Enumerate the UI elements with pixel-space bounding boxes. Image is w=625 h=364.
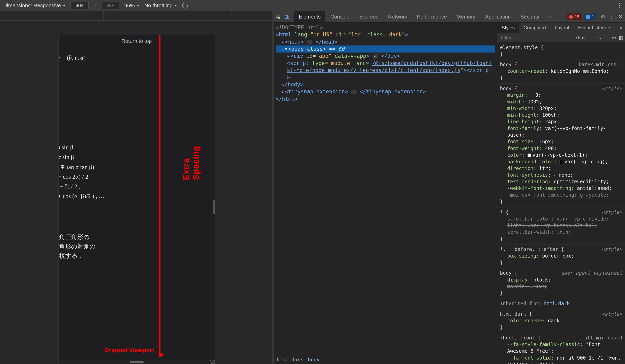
return-to-top-label: Return to top <box>122 38 152 44</box>
info-badge[interactable]: 1 <box>584 13 596 20</box>
tab-sources[interactable]: Sources <box>354 11 383 22</box>
styles-pane: StylesComputedLayoutEvent Listeners » :h… <box>497 23 625 364</box>
styles-tab-computed[interactable]: Computed <box>519 23 550 33</box>
math-line: / sin 𝐵 = 2𝑅 <box>58 107 209 114</box>
section-heading: 定理 <box>58 68 209 78</box>
device-frame: Return to top ] = [𝒂 × 𝒃] · 𝒄 = (𝒃, 𝒄, 𝒂… <box>58 35 215 364</box>
style-rule[interactable]: element.style {} <box>497 43 625 60</box>
chevron-down-icon: ▼ <box>62 4 66 7</box>
paragraph: よって，直角三角形の 径．もし四角形の対角の れは円に内接する． <box>58 232 209 261</box>
devtools-panel: ElementsConsoleSourcesNetworkPerformance… <box>274 11 625 364</box>
return-to-top-button[interactable]: Return to top <box>59 35 215 47</box>
dimensions-select[interactable]: Dimensions: Responsive ▼ <box>3 2 66 9</box>
dom-breadcrumb: html.dark body <box>274 355 497 364</box>
devtools-menu-icon[interactable]: ⋮ <box>607 12 616 21</box>
breadcrumb-item[interactable]: html.dark <box>277 357 303 363</box>
page-content: ] = [𝒂 × 𝒃] · 𝒄 = (𝒃, 𝒄, 𝒂) 定理 − 2𝑎𝑏 cos… <box>58 47 215 359</box>
math-line: cos (α+β)/2 + cos (α−β)/2 ) , … <box>58 193 209 199</box>
resize-handle-right[interactable] <box>213 200 215 214</box>
chevron-down-icon: ▼ <box>174 4 177 7</box>
settings-icon[interactable] <box>598 12 607 21</box>
toggle-sidebar-icon[interactable]: ◧ <box>617 35 624 40</box>
styles-filter-bar: :hov .cls ＋ ▭ ◧ <box>497 33 625 43</box>
times-icon: × <box>94 2 96 9</box>
more-styles-tabs-icon[interactable]: » <box>617 25 625 30</box>
styles-tab-styles[interactable]: Styles <box>497 23 519 33</box>
close-devtools-icon[interactable]: ✕ <box>616 12 625 21</box>
ruler <box>0 11 272 21</box>
math-line: ] = [𝒂 × 𝒃] · 𝒄 = (𝒃, 𝒄, 𝒂) <box>58 54 209 61</box>
resize-handle-corner[interactable] <box>210 360 215 364</box>
math-line: − 2𝑎𝑏 cos 𝐶 <box>58 97 209 104</box>
computed-styles-icon[interactable]: ▭ <box>611 35 617 40</box>
throttling-value: No throttling <box>144 2 173 9</box>
cls-toggle[interactable]: .cls <box>588 35 604 40</box>
dom-pane: <!DOCTYPE html> <html lang="en-US" dir="… <box>274 23 497 364</box>
chevron-down-icon: ▼ <box>136 4 140 7</box>
tab-application[interactable]: Application <box>480 11 515 22</box>
tab-network[interactable]: Network <box>383 11 412 22</box>
styles-tab-event-listeners[interactable]: Event Listeners <box>574 23 616 33</box>
tab-console[interactable]: Console <box>325 11 354 22</box>
responsive-toolbar: Dimensions: Responsive ▼ × 95% ▼ No thro… <box>0 0 625 11</box>
jp-line: よって，直角三角形の <box>58 232 209 242</box>
device-toggle-icon[interactable] <box>282 12 291 21</box>
zoom-value: 95% <box>124 2 135 9</box>
horizontal-scrollbar[interactable] <box>59 360 215 364</box>
new-style-rule-icon[interactable]: ＋ <box>604 35 611 41</box>
devtools-tabs: ElementsConsoleSourcesNetworkPerformance… <box>294 11 544 22</box>
style-rule[interactable]: Inherited from html.dark <box>497 299 625 309</box>
dom-doctype: <!DOCTYPE html> <box>276 25 323 30</box>
inspect-icon[interactable] <box>274 12 282 21</box>
width-input[interactable] <box>70 2 89 9</box>
styles-filter-input[interactable] <box>498 35 573 41</box>
style-rule[interactable]: :host, :root {all.min.css:9--fa-style-fa… <box>497 333 625 364</box>
style-rule[interactable]: * {<style>scrollbar-color: var(--vp-c-di… <box>497 207 625 245</box>
error-count: 15 <box>574 14 579 20</box>
math-line: + β) + cos(α − β) / 2 , … <box>58 183 209 190</box>
style-rule[interactable]: body {<style>margin: ▸ 0;width: 100%;min… <box>497 84 625 207</box>
jp-line: 径．もし四角形の対角の <box>58 242 209 251</box>
device-preview-pane: Return to top ] = [𝒂 × 𝒃] · 𝒄 = (𝒃, 𝒄, 𝒂… <box>0 11 272 364</box>
dimensions-label: Dimensions: Responsive <box>3 2 61 9</box>
tab-memory[interactable]: Memory <box>452 11 480 22</box>
hov-toggle[interactable]: :hov <box>573 35 588 40</box>
styles-tabs: StylesComputedLayoutEvent Listeners » <box>497 23 625 33</box>
more-menu-icon[interactable]: ⋮ <box>617 2 622 9</box>
annotation-original-viewport: Original Viewport <box>104 347 154 354</box>
tab-performance[interactable]: Performance <box>412 11 452 22</box>
tab-elements[interactable]: Elements <box>294 11 325 22</box>
svg-rect-2 <box>287 16 289 18</box>
style-rule[interactable]: body {katex.min.css:1counter-reset: kate… <box>497 60 625 84</box>
tab-security[interactable]: Security <box>516 11 544 22</box>
more-tabs-icon[interactable]: » <box>544 11 557 22</box>
info-count: 1 <box>592 14 594 20</box>
jp-line: れは円に内接する． <box>58 251 209 261</box>
annotation-extra-spacing: Extra Spacing <box>181 146 201 180</box>
svg-rect-1 <box>285 15 287 18</box>
error-dot-icon <box>569 15 573 19</box>
zoom-select[interactable]: 95% ▼ <box>124 2 140 9</box>
svg-point-3 <box>602 16 603 18</box>
style-rule[interactable]: html.dark {<style>color-scheme: dark;} <box>497 309 625 333</box>
breadcrumb-item[interactable]: body <box>308 357 319 363</box>
dom-selected-body[interactable]: ⋯▾ <body class> == $0 <box>276 46 495 53</box>
devtools-toolbar: ElementsConsoleSourcesNetworkPerformance… <box>274 11 625 23</box>
annotation-arrow-icon <box>159 352 167 358</box>
style-rule[interactable]: body {user agent stylesheetdisplay: bloc… <box>497 268 625 299</box>
styles-tab-layout[interactable]: Layout <box>550 23 574 33</box>
error-badge[interactable]: 15 <box>567 13 582 20</box>
throttling-select[interactable]: No throttling ▼ <box>144 2 177 9</box>
rotate-icon[interactable] <box>181 1 189 9</box>
style-rules-list[interactable]: element.style {}body {katex.min.css:1cou… <box>497 43 625 364</box>
style-rule[interactable]: *, ::before, ::after {<style>box-sizing:… <box>497 245 625 268</box>
annotation-line <box>159 35 160 357</box>
dom-tree[interactable]: <!DOCTYPE html> <html lang="en-US" dir="… <box>274 23 497 355</box>
info-dot-icon <box>586 15 590 19</box>
height-input[interactable] <box>101 2 119 9</box>
